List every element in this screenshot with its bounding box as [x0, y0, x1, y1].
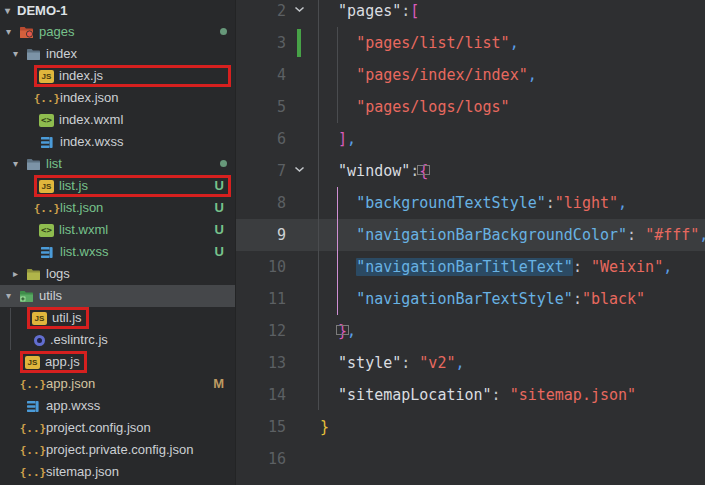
chevron-right-icon[interactable]: ▸ [13, 263, 25, 285]
file-label: util.js [52, 307, 82, 329]
code-line-12[interactable]: 12 }, [236, 315, 705, 347]
tree-file-index.wxml[interactable]: <>index.wxml [0, 109, 235, 131]
tree-file-list.js[interactable]: JSlist.jsU [0, 175, 235, 197]
json-file-icon: {..} [25, 442, 41, 458]
file-label: list.wxss [60, 241, 108, 263]
code-editor[interactable]: 2 "pages":[3 "pages/list/list",4 "pages/… [236, 0, 705, 485]
folder-icon-logs [25, 266, 41, 282]
git-added-bar [297, 29, 301, 57]
js-file-icon: JS [32, 312, 47, 325]
line-number: 16 [236, 443, 286, 475]
chevron-down-icon[interactable]: ▾ [13, 43, 25, 65]
tree-file-list.wxml[interactable]: <>list.wxmlU [0, 219, 235, 241]
tree-file-app.json[interactable]: {..}app.jsonM [0, 373, 235, 395]
status-dot [220, 28, 227, 35]
code-line-4[interactable]: 4 "pages/index/index", [236, 59, 705, 91]
js-file-icon: JS [25, 356, 40, 369]
json-file-icon: {..} [39, 200, 55, 216]
tree-folder-logs[interactable]: ▸logs [0, 263, 235, 285]
tree-file-index.json[interactable]: {..}index.json [0, 87, 235, 109]
js-file-icon: JS [39, 70, 54, 83]
line-number: 4 [236, 59, 286, 91]
file-label: index.wxss [60, 131, 124, 153]
wxss-file-icon [25, 398, 41, 414]
tree-file-util.js[interactable]: JSutil.js [0, 307, 235, 329]
code-text: "pages/logs/logs" [286, 91, 705, 123]
tree-file-list.wxss[interactable]: list.wxssU [0, 241, 235, 263]
tree-file-app.wxss[interactable]: app.wxss [0, 395, 235, 417]
tree-file-sitemap.json[interactable]: {..}sitemap.json [0, 461, 235, 483]
chevron-down-icon[interactable]: ▾ [6, 285, 18, 307]
git-status-badge: M [213, 373, 224, 395]
tree-folder-list[interactable]: ▾list [0, 153, 235, 175]
file-label: index [46, 43, 77, 65]
code-text: "style": "v2", [286, 347, 705, 379]
code-line-14[interactable]: 14 "sitemapLocation": "sitemap.json" [236, 379, 705, 411]
js-file-icon: JS [39, 180, 54, 193]
code-text: "navigationBarTextStyle":"black" [286, 283, 705, 315]
wxss-file-icon [39, 134, 55, 150]
wxml-file-icon: <> [39, 224, 54, 237]
code-text: "backgroundTextStyle":"light", [286, 187, 705, 219]
file-label: index.js [59, 65, 103, 87]
line-number: 8 [236, 187, 286, 219]
code-text: "sitemapLocation": "sitemap.json" [286, 379, 705, 411]
code-line-3[interactable]: 3 "pages/list/list", [236, 27, 705, 59]
chevron-down-icon[interactable]: ▾ [13, 153, 25, 175]
json-file-icon: {..} [39, 90, 55, 106]
tree-folder-utils[interactable]: ▾utils [0, 285, 235, 307]
tree-file-.eslintrc.js[interactable]: .eslintrc.js [0, 329, 235, 351]
tree-file-index.wxss[interactable]: index.wxss [0, 131, 235, 153]
line-number: 15 [236, 411, 286, 443]
folder-icon-plain [25, 156, 41, 172]
code-text: "navigationBarBackgroundColor": "#fff", [286, 219, 705, 251]
line-number: 3 [236, 27, 286, 59]
tree-file-index.js[interactable]: JSindex.js [0, 65, 235, 87]
tree-folder-index[interactable]: ▾index [0, 43, 235, 65]
file-explorer: ▾ DEMO-1 ▾pages▾indexJSindex.js{..}index… [0, 0, 236, 485]
tree-folder-pages[interactable]: ▾pages [0, 21, 235, 43]
fold-chevron-icon[interactable] [294, 0, 306, 7]
git-status-badge: U [215, 219, 224, 241]
code-line-6[interactable]: 6 ], [236, 123, 705, 155]
tree-file-project.config.json[interactable]: {..}project.config.json [0, 417, 235, 439]
code-text: ], [286, 123, 705, 155]
file-label: sitemap.json [46, 461, 119, 483]
line-number: 9 [236, 219, 286, 251]
tree-file-list.json[interactable]: {..}list.jsonU [0, 197, 235, 219]
code-line-16[interactable]: 16 [236, 443, 705, 475]
line-number: 2 [236, 0, 286, 27]
chevron-down-icon[interactable]: ▾ [6, 21, 18, 43]
file-label: app.js [45, 351, 80, 373]
code-line-2[interactable]: 2 "pages":[ [236, 0, 705, 27]
file-label: app.json [46, 373, 95, 395]
json-file-icon: {..} [25, 420, 41, 436]
tree-file-app.js[interactable]: JSapp.js [0, 351, 235, 373]
line-number: 13 [236, 347, 286, 379]
wxml-file-icon: <> [39, 114, 54, 127]
file-label: app.wxss [46, 395, 100, 417]
file-label: pages [39, 21, 74, 43]
line-number: 12 [236, 315, 286, 347]
code-line-15[interactable]: 15} [236, 411, 705, 443]
code-line-11[interactable]: 11 "navigationBarTextStyle":"black" [236, 283, 705, 315]
file-tree: ▾pages▾indexJSindex.js{..}index.json<>in… [0, 21, 235, 483]
code-line-5[interactable]: 5 "pages/logs/logs" [236, 91, 705, 123]
project-root-label: DEMO-1 [17, 0, 68, 22]
file-label: .eslintrc.js [50, 329, 108, 351]
project-root[interactable]: ▾ DEMO-1 [0, 0, 235, 21]
red-annotation-box: JSindex.js [34, 65, 231, 87]
fold-chevron-icon[interactable] [294, 159, 306, 167]
code-line-9[interactable]: 9 "navigationBarBackgroundColor": "#fff"… [236, 219, 705, 251]
tree-file-project.private.config.json[interactable]: {..}project.private.config.json [0, 439, 235, 461]
code-line-8[interactable]: 8 "backgroundTextStyle":"light", [236, 187, 705, 219]
file-label: project.private.config.json [46, 439, 193, 461]
red-annotation-box: JSutil.js [27, 307, 89, 329]
code-line-7[interactable]: 7 "window":{ [236, 155, 705, 187]
code-line-13[interactable]: 13 "style": "v2", [236, 347, 705, 379]
code-line-10[interactable]: 10 "navigationBarTitleText": "Weixin", [236, 251, 705, 283]
file-label: logs [46, 263, 70, 285]
eslint-file-icon [34, 335, 45, 346]
chevron-down-icon[interactable]: ▾ [5, 0, 17, 22]
red-annotation-box: JSlist.js [34, 175, 231, 197]
